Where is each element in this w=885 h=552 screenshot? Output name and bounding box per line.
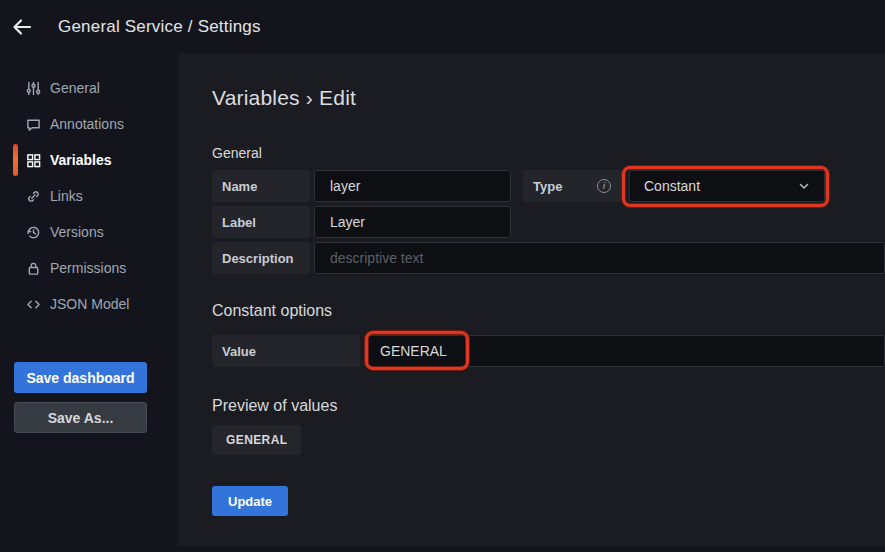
value-row: Value bbox=[212, 335, 885, 367]
general-section-title: General bbox=[212, 145, 885, 161]
page-title: General Service / Settings bbox=[58, 17, 261, 37]
value-field-label: Value bbox=[212, 335, 360, 367]
label-row: Label bbox=[212, 206, 885, 238]
sidebar-item-label: Versions bbox=[50, 224, 104, 240]
sidebar-item-label: General bbox=[50, 80, 100, 96]
lock-icon bbox=[25, 260, 41, 276]
code-icon bbox=[25, 296, 41, 312]
info-icon[interactable]: i bbox=[597, 179, 611, 193]
sidebar-item-label: Variables bbox=[50, 152, 112, 168]
sidebar-item-versions[interactable]: Versions bbox=[0, 214, 178, 250]
label-field-label: Label bbox=[212, 206, 310, 238]
name-type-row: Name Type i Constant bbox=[212, 170, 885, 202]
save-as-button[interactable]: Save As... bbox=[14, 402, 147, 433]
value-input-wrap bbox=[360, 335, 885, 367]
name-field-label: Name bbox=[212, 170, 310, 202]
variables-edit-heading: Variables › Edit bbox=[212, 86, 885, 110]
sidebar-item-annotations[interactable]: Annotations bbox=[0, 106, 178, 142]
constant-options-title: Constant options bbox=[212, 302, 885, 320]
arrow-left-icon bbox=[11, 16, 33, 38]
value-input[interactable] bbox=[364, 335, 885, 367]
variables-edit-panel: Variables › Edit General Name Type i Con… bbox=[178, 53, 885, 546]
type-select[interactable]: Constant bbox=[629, 170, 825, 202]
type-field-label: Type i bbox=[523, 170, 621, 202]
preview-value-chip: GENERAL bbox=[212, 425, 301, 455]
sidebar-item-links[interactable]: Links bbox=[0, 178, 178, 214]
sidebar-item-label: Permissions bbox=[50, 260, 126, 276]
type-select-value: Constant bbox=[644, 178, 700, 194]
chevron-down-icon bbox=[798, 180, 810, 192]
label-input[interactable] bbox=[314, 206, 511, 238]
selected-indicator bbox=[13, 144, 18, 176]
preview-title: Preview of values bbox=[212, 397, 885, 415]
save-dashboard-button[interactable]: Save dashboard bbox=[14, 362, 147, 393]
name-input[interactable] bbox=[314, 170, 511, 202]
grafana-dashboard-settings: General Service / Settings General bbox=[0, 0, 885, 552]
sidebar-item-general[interactable]: General bbox=[0, 70, 178, 106]
back-button[interactable] bbox=[0, 3, 44, 51]
description-input[interactable] bbox=[314, 242, 885, 274]
sidebar-item-label: Annotations bbox=[50, 116, 124, 132]
top-bar: General Service / Settings bbox=[0, 0, 885, 53]
settings-nav: General Annotations Variab bbox=[0, 53, 178, 322]
sidebar-item-json-model[interactable]: JSON Model bbox=[0, 286, 178, 322]
sliders-icon bbox=[25, 80, 41, 96]
settings-sidebar: General Annotations Variab bbox=[0, 53, 178, 552]
sidebar-item-variables[interactable]: Variables bbox=[0, 142, 178, 178]
history-icon bbox=[25, 224, 41, 240]
sidebar-item-label: Links bbox=[50, 188, 83, 204]
link-icon bbox=[25, 188, 41, 204]
description-row: Description bbox=[212, 242, 885, 274]
comment-icon bbox=[25, 116, 41, 132]
sidebar-item-permissions[interactable]: Permissions bbox=[0, 250, 178, 286]
description-field-label: Description bbox=[212, 242, 310, 274]
grid-icon bbox=[25, 152, 41, 168]
update-button[interactable]: Update bbox=[212, 486, 288, 516]
sidebar-item-label: JSON Model bbox=[50, 296, 129, 312]
